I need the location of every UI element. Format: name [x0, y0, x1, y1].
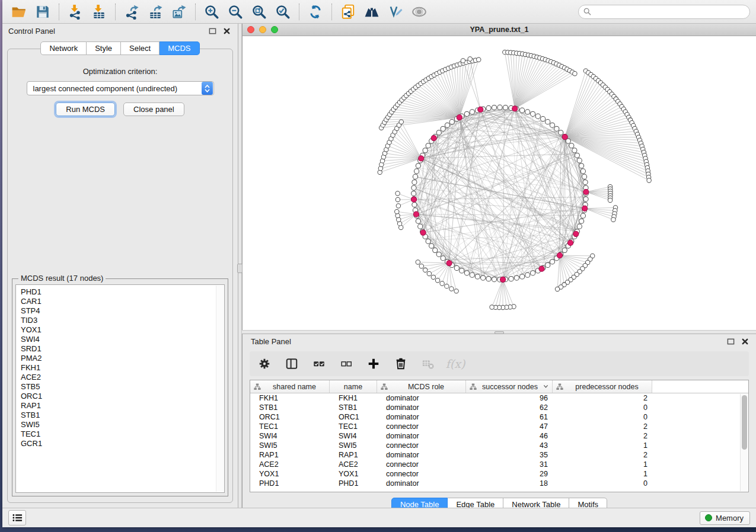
table-row[interactable]: ORC1ORC1dominator610 — [250, 412, 748, 422]
clone-network-button[interactable] — [337, 2, 359, 21]
network-node[interactable] — [412, 202, 417, 207]
mcds-result-item[interactable]: STB5 — [21, 382, 224, 392]
mcds-result-item[interactable]: ACE2 — [21, 373, 224, 382]
mcds-result-item[interactable]: RAP1 — [21, 401, 224, 411]
network-node[interactable] — [582, 174, 586, 179]
network-canvas[interactable] — [243, 36, 756, 330]
add-column-button[interactable] — [366, 356, 381, 371]
zoom-fit-button[interactable] — [248, 2, 270, 21]
network-node[interactable] — [460, 268, 464, 273]
column-header-successor-nodes[interactable]: successor nodes — [466, 380, 553, 393]
network-node[interactable] — [441, 256, 445, 261]
network-node[interactable] — [525, 110, 530, 114]
column-header-predecessor-nodes[interactable]: predecessor nodes — [553, 380, 652, 393]
float-panel-button[interactable] — [207, 27, 218, 36]
leaf-node[interactable] — [468, 57, 472, 61]
mcds-result-item[interactable]: GCR1 — [21, 439, 224, 448]
tab-mcds[interactable]: MCDS — [160, 41, 199, 55]
mcds-node[interactable] — [419, 156, 424, 161]
mcds-result-item[interactable]: ORC1 — [21, 392, 224, 401]
column-header-MCDS-role[interactable]: MCDS role — [377, 380, 466, 393]
delete-column-button[interactable] — [393, 356, 409, 371]
table-row[interactable]: TEC1TEC1connector472 — [250, 422, 748, 431]
leaf-node[interactable] — [435, 278, 439, 283]
search-box[interactable] — [578, 5, 750, 19]
network-node[interactable] — [546, 262, 550, 267]
mcds-result-item[interactable]: STP4 — [21, 306, 224, 316]
network-node[interactable] — [514, 275, 519, 280]
open-session-button[interactable] — [8, 2, 30, 21]
network-node[interactable] — [583, 180, 588, 184]
scrollbar-thumb[interactable] — [742, 395, 747, 450]
mcds-node[interactable] — [457, 115, 462, 120]
mcds-result-item[interactable]: CAR1 — [21, 297, 224, 306]
network-node[interactable] — [562, 248, 567, 252]
import-network-button[interactable] — [65, 2, 86, 21]
mcds-node[interactable] — [582, 206, 588, 211]
mcds-node[interactable] — [411, 197, 416, 202]
close-panel-button-mcds[interactable]: Close panel — [123, 102, 184, 116]
splitter-grip[interactable] — [495, 331, 504, 334]
table-row[interactable]: PHD1PHD1dominator180 — [250, 479, 748, 488]
table-row[interactable]: ACE2ACE2connector311 — [250, 460, 748, 469]
network-node[interactable] — [580, 213, 585, 218]
leaf-node[interactable] — [431, 275, 435, 279]
mcds-result-item[interactable]: FKH1 — [21, 363, 224, 373]
mcds-result-item[interactable]: PHD1 — [21, 287, 224, 297]
leaf-node[interactable] — [416, 260, 420, 264]
mcds-result-item[interactable]: STB1 — [21, 411, 224, 420]
leaf-node[interactable] — [423, 268, 427, 272]
table-row[interactable]: SWI4SWI4dominator462 — [250, 431, 748, 441]
mcds-result-item[interactable]: YOX1 — [21, 325, 224, 335]
network-node[interactable] — [525, 273, 530, 277]
leaf-node[interactable] — [608, 198, 612, 202]
leaf-node[interactable] — [461, 59, 465, 63]
leaf-node[interactable] — [399, 120, 403, 124]
leaf-node[interactable] — [440, 281, 444, 286]
table-row[interactable]: RAP1RAP1dominator352 — [250, 450, 748, 460]
network-node[interactable] — [423, 148, 428, 153]
network-node[interactable] — [575, 153, 579, 158]
network-node[interactable] — [492, 105, 496, 110]
network-node[interactable] — [579, 219, 584, 223]
network-node[interactable] — [418, 224, 423, 229]
leaf-node[interactable] — [395, 209, 399, 213]
list-scrollbar[interactable] — [216, 286, 224, 492]
mcds-result-item[interactable]: SWI4 — [21, 335, 224, 344]
export-image-button[interactable] — [168, 2, 190, 21]
clear-selection-button[interactable] — [339, 356, 354, 371]
memory-button[interactable]: Memory — [700, 511, 750, 525]
binoculars-button[interactable] — [361, 2, 382, 21]
leaf-node[interactable] — [647, 178, 651, 182]
tab-style[interactable]: Style — [87, 41, 121, 55]
mcds-node[interactable] — [567, 240, 573, 245]
network-node[interactable] — [550, 259, 554, 264]
import-table-button[interactable] — [88, 2, 110, 21]
save-session-button[interactable] — [32, 2, 53, 21]
task-history-button[interactable] — [8, 510, 26, 525]
mcds-node[interactable] — [539, 266, 544, 271]
network-node[interactable] — [426, 143, 430, 148]
mcds-node[interactable] — [446, 261, 452, 266]
leaf-node[interactable] — [395, 213, 400, 217]
mcds-node[interactable] — [573, 231, 579, 236]
network-node[interactable] — [569, 143, 574, 148]
network-node[interactable] — [416, 164, 420, 168]
network-node[interactable] — [577, 158, 582, 163]
network-node[interactable] — [572, 148, 577, 153]
zoom-out-button[interactable] — [225, 2, 246, 21]
network-node[interactable] — [449, 120, 454, 124]
leaf-node[interactable] — [419, 264, 423, 268]
table-row[interactable]: YOX1YOX1connector291 — [250, 469, 748, 479]
network-node[interactable] — [412, 180, 417, 184]
network-node[interactable] — [445, 123, 449, 127]
network-node[interactable] — [433, 248, 438, 252]
network-node[interactable] — [546, 120, 550, 124]
close-panel-button[interactable] — [739, 337, 750, 347]
zoom-in-button[interactable] — [201, 2, 222, 21]
network-node[interactable] — [412, 191, 416, 196]
mcds-result-item[interactable]: TEC1 — [21, 430, 224, 439]
horizontal-splitter[interactable] — [242, 330, 756, 334]
leaf-node[interactable] — [555, 287, 559, 291]
vertical-splitter[interactable] — [238, 24, 242, 508]
